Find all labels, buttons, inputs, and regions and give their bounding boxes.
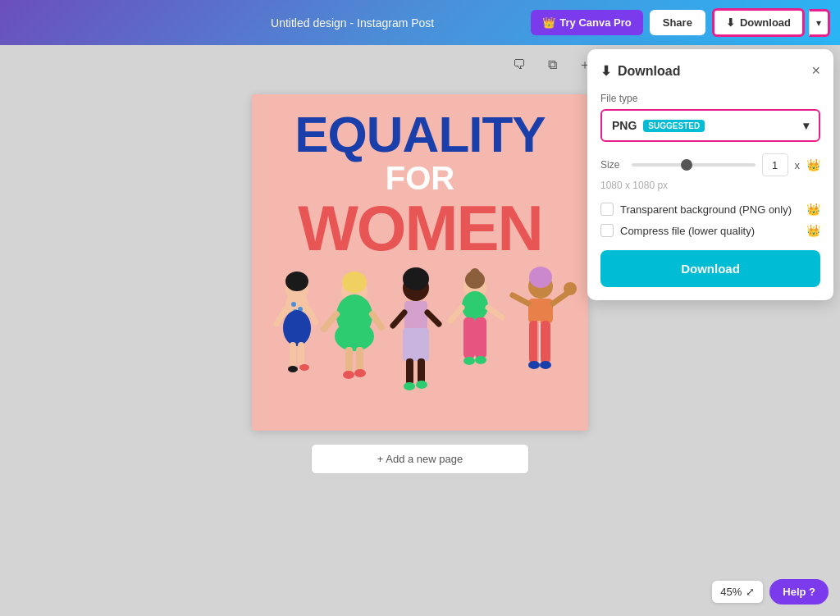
size-slider-thumb[interactable] — [681, 159, 692, 171]
for-text: FOR — [252, 160, 588, 196]
svg-point-19 — [343, 371, 354, 379]
svg-rect-26 — [403, 328, 429, 361]
svg-rect-47 — [541, 321, 550, 363]
download-panel-icon: ⬇ — [600, 63, 611, 79]
women-text: WOMEN — [252, 196, 588, 260]
try-canva-button[interactable]: 👑 Try Canva Pro — [531, 10, 642, 35]
size-row: Size 1 x 👑 — [600, 153, 820, 176]
svg-rect-38 — [475, 317, 486, 358]
copy-icon: ⧉ — [548, 57, 557, 72]
px-info: 1080 x 1080 px — [600, 180, 820, 191]
size-slider[interactable] — [632, 163, 756, 167]
svg-point-14 — [342, 271, 367, 293]
panel-header: ⬇ Download × — [600, 62, 820, 80]
svg-point-30 — [416, 381, 427, 389]
comment-button[interactable]: 🗨 — [506, 52, 532, 78]
svg-line-51 — [513, 295, 528, 303]
svg-line-22 — [372, 314, 381, 327]
svg-rect-7 — [290, 342, 296, 367]
svg-line-21 — [324, 314, 336, 329]
document-title: Untitled design - Instagram Post — [271, 16, 434, 30]
design-card: EQUALiTY FOR WOMEN — [252, 94, 588, 431]
copy-button[interactable]: ⧉ — [539, 52, 565, 78]
download-panel: ⬇ Download × File type PNG SUGGESTED ▾ S… — [587, 49, 833, 300]
svg-point-39 — [463, 357, 475, 365]
transparent-bg-row: Transparent background (PNG only) 👑 — [600, 203, 820, 216]
svg-point-10 — [299, 364, 309, 371]
svg-line-42 — [488, 308, 502, 317]
svg-rect-48 — [537, 321, 541, 363]
svg-line-32 — [427, 313, 439, 324]
svg-rect-17 — [345, 347, 353, 373]
download-button[interactable]: ⬇ Download — [712, 8, 805, 37]
transparent-bg-label: Transparent background (PNG only) — [620, 203, 800, 216]
compress-label: Compress file (lower quality) — [620, 225, 800, 237]
size-crown-icon: 👑 — [806, 158, 820, 171]
compress-checkbox[interactable] — [600, 224, 614, 237]
svg-rect-27 — [406, 358, 413, 385]
help-button[interactable]: Help ? — [769, 579, 829, 605]
svg-rect-25 — [404, 301, 427, 331]
svg-rect-45 — [528, 299, 553, 323]
top-toolbar: 🗨 ⧉ ＋ — [506, 52, 598, 78]
svg-point-35 — [470, 268, 480, 278]
download-icon: ⬇ — [726, 16, 735, 29]
svg-point-1 — [285, 271, 308, 291]
svg-point-9 — [288, 366, 298, 372]
svg-point-53 — [564, 282, 577, 295]
svg-point-40 — [475, 356, 486, 364]
compress-row: Compress file (lower quality) 👑 — [600, 224, 820, 237]
file-type-inner: PNG SUGGESTED — [612, 119, 705, 132]
svg-rect-37 — [463, 317, 475, 358]
svg-point-50 — [540, 361, 551, 369]
share-button[interactable]: Share — [650, 10, 705, 35]
comment-icon: 🗨 — [513, 57, 526, 72]
panel-title: ⬇ Download — [600, 63, 680, 79]
dropdown-chevron-icon: ▾ — [803, 119, 809, 132]
svg-point-16 — [335, 322, 374, 351]
svg-point-3 — [291, 302, 296, 307]
size-label: Size — [600, 159, 625, 171]
download-caret-button[interactable]: ▾ — [809, 9, 830, 37]
header-right: 👑 Try Canva Pro Share ⬇ Download ▾ — [531, 8, 830, 37]
svg-point-6 — [283, 310, 311, 346]
svg-line-31 — [393, 313, 404, 326]
size-value: 1 — [772, 159, 778, 171]
zoom-control[interactable]: 45% ⤢ — [712, 581, 763, 603]
compress-crown-icon: 👑 — [806, 224, 820, 237]
svg-point-36 — [462, 291, 488, 321]
transparent-crown-icon: 👑 — [806, 203, 820, 216]
header: Untitled design - Instagram Post 👑 Try C… — [0, 0, 840, 45]
suggested-badge: SUGGESTED — [643, 120, 705, 132]
crown-icon: 👑 — [542, 16, 555, 29]
svg-rect-28 — [418, 358, 425, 383]
svg-point-44 — [529, 267, 552, 288]
bottom-controls: 45% ⤢ Help ? — [712, 579, 829, 605]
size-x: x — [795, 159, 801, 171]
file-type-value: PNG — [612, 119, 637, 132]
svg-point-49 — [528, 361, 540, 369]
file-type-label: File type — [600, 93, 820, 104]
expand-icon: ⤢ — [746, 586, 755, 598]
equality-text: EQUALiTY — [252, 109, 588, 160]
size-value-box: 1 — [762, 153, 788, 176]
design-content: EQUALiTY FOR WOMEN — [252, 94, 588, 431]
svg-rect-8 — [298, 342, 304, 365]
svg-point-24 — [403, 267, 429, 290]
zoom-value: 45% — [720, 586, 742, 598]
transparent-bg-checkbox[interactable] — [600, 203, 614, 216]
svg-line-41 — [450, 308, 462, 321]
svg-point-29 — [404, 382, 415, 390]
svg-rect-18 — [356, 347, 363, 372]
add-page-button[interactable]: + Add a new page — [311, 444, 529, 474]
figures-illustration — [252, 250, 588, 431]
file-type-dropdown[interactable]: PNG SUGGESTED ▾ — [600, 109, 820, 142]
panel-close-button[interactable]: × — [811, 62, 820, 80]
svg-point-20 — [354, 369, 366, 377]
download-action-button[interactable]: Download — [600, 250, 820, 287]
